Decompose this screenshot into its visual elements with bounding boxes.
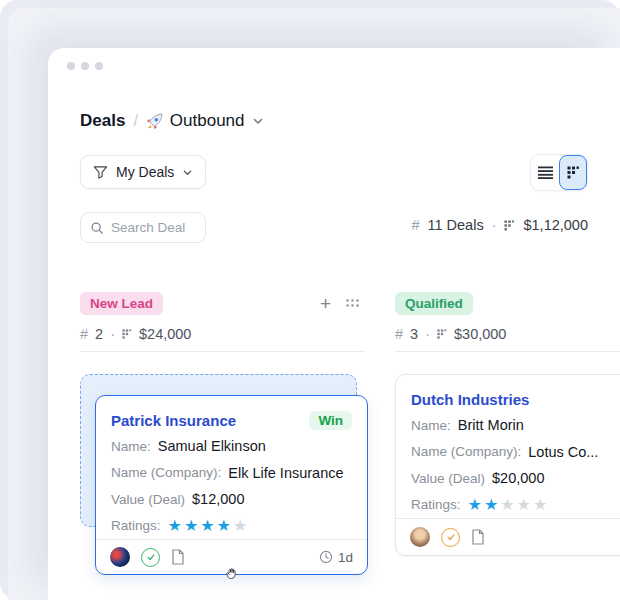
dot-separator: · — [110, 326, 115, 342]
drag-handle-icon[interactable] — [346, 299, 359, 307]
star-rating[interactable]: ★★★★★ — [468, 497, 548, 513]
column-count: 2 — [95, 326, 103, 342]
chevron-down-icon — [182, 167, 193, 178]
breadcrumb-team[interactable]: Outbound — [146, 111, 264, 131]
screenshot-stage: Deals / Outbound — [0, 0, 620, 600]
card-age: 1d — [319, 550, 353, 565]
field-label: Value (Deal) — [111, 492, 185, 507]
field-label: Value (Deal) — [411, 471, 485, 486]
search-input[interactable] — [111, 220, 197, 235]
breadcrumb-team-label: Outbound — [170, 111, 245, 131]
dot-separator: · — [425, 326, 430, 342]
column-divider — [395, 351, 620, 352]
field-label: Ratings: — [111, 518, 161, 533]
field-label: Name (Company): — [111, 465, 221, 480]
note-icon[interactable] — [171, 549, 185, 565]
star-empty-icon[interactable]: ★ — [533, 497, 547, 513]
avatar — [110, 547, 130, 567]
field-value: Britt Morin — [458, 417, 524, 433]
field-deal-value: Value (Deal) $20,000 — [411, 465, 620, 492]
deal-title[interactable]: Patrick Insurance — [111, 412, 236, 429]
star-empty-icon[interactable]: ★ — [517, 497, 531, 513]
grab-hand-cursor — [222, 564, 241, 587]
star-filled-icon[interactable]: ★ — [468, 497, 482, 513]
card-age-label: 1d — [338, 550, 353, 565]
column-count: 3 — [410, 326, 418, 342]
column-header: Qualified — [395, 291, 620, 315]
task-check-icon[interactable] — [441, 528, 460, 547]
field-company: Name (Company): Elk Life Insurance — [111, 460, 352, 487]
kanban-mini-icon — [437, 329, 447, 339]
deals-total-value: $1,12,000 — [523, 217, 588, 233]
hash-icon: # — [395, 326, 403, 342]
clock-icon — [319, 550, 333, 564]
search-deal-box — [80, 212, 206, 243]
chevron-down-icon — [252, 115, 264, 127]
star-filled-icon[interactable]: ★ — [217, 518, 231, 534]
cards-zone: Dutch Industries Name: Britt Morin Name … — [395, 374, 620, 589]
kanban-board: New Lead + # 2 · — [80, 291, 620, 589]
star-filled-icon[interactable]: ★ — [184, 518, 198, 534]
field-company: Name (Company): Lotus Co... — [411, 439, 620, 466]
rocket-icon — [146, 113, 163, 130]
deal-card-dutch-industries[interactable]: Dutch Industries Name: Britt Morin Name … — [395, 374, 620, 556]
star-filled-icon[interactable]: ★ — [200, 518, 214, 534]
star-empty-icon[interactable]: ★ — [233, 518, 247, 534]
window-dot[interactable] — [95, 62, 103, 70]
field-value: Samual Elkinson — [158, 438, 266, 454]
star-filled-icon[interactable]: ★ — [168, 518, 182, 534]
field-name: Name: Britt Morin — [411, 412, 620, 439]
kanban-mini-icon — [122, 329, 132, 339]
funnel-icon — [93, 165, 108, 180]
stage-badge: New Lead — [80, 292, 163, 315]
star-rating[interactable]: ★★★★★ — [168, 518, 248, 534]
kanban-view-button[interactable] — [559, 155, 587, 190]
field-name: Name: Samual Elkinson — [111, 433, 352, 460]
field-value: $12,000 — [192, 491, 244, 507]
card-body: Dutch Industries Name: Britt Morin Name … — [396, 375, 620, 518]
deal-title[interactable]: Dutch Industries — [411, 391, 529, 408]
task-check-icon[interactable] — [141, 548, 160, 567]
column-value: $30,000 — [454, 326, 506, 342]
star-empty-icon[interactable]: ★ — [500, 497, 514, 513]
column-header: New Lead + — [80, 291, 365, 315]
field-value: $20,000 — [492, 470, 544, 486]
avatar — [410, 527, 430, 547]
hash-icon: # — [411, 217, 419, 233]
breadcrumb-section[interactable]: Deals — [80, 111, 125, 131]
column-stats: # 2 · $24,000 — [80, 326, 365, 342]
card-title-row: Patrick Insurance Win — [111, 407, 352, 433]
column-stats: # 3 · $30,000 — [395, 326, 620, 342]
note-icon[interactable] — [471, 529, 485, 545]
field-label: Name: — [411, 418, 451, 433]
search-icon — [90, 221, 104, 235]
status-badge: Win — [309, 411, 352, 430]
breadcrumb: Deals / Outbound — [80, 111, 264, 131]
view-toggle — [530, 154, 588, 191]
card-footer — [396, 518, 620, 555]
column-divider — [80, 351, 365, 352]
window-dot[interactable] — [67, 62, 75, 70]
cards-zone: Patrick Insurance Win Name: Samual Elkin… — [80, 374, 365, 589]
add-deal-button[interactable]: + — [320, 294, 331, 313]
stage-badge: Qualified — [395, 292, 473, 315]
field-label: Ratings: — [411, 497, 461, 512]
star-filled-icon[interactable]: ★ — [484, 497, 498, 513]
card-body: Patrick Insurance Win Name: Samual Elkin… — [96, 396, 367, 539]
kanban-mini-icon — [504, 220, 515, 231]
hash-icon: # — [80, 326, 88, 342]
column-value: $24,000 — [139, 326, 191, 342]
field-deal-value: Value (Deal) $12,000 — [111, 486, 352, 513]
field-label: Name: — [111, 439, 151, 454]
my-deals-filter-button[interactable]: My Deals — [80, 155, 206, 189]
field-value: Lotus Co... — [528, 444, 598, 460]
deals-summary: # 11 Deals · $1,12,000 — [411, 217, 588, 233]
window-dot[interactable] — [81, 62, 89, 70]
field-value: Elk Life Insurance — [228, 465, 343, 481]
kanban-view-icon — [567, 166, 580, 179]
list-view-button[interactable] — [531, 155, 559, 190]
deal-card-patrick-insurance[interactable]: Patrick Insurance Win Name: Samual Elkin… — [95, 395, 368, 575]
breadcrumb-separator: / — [133, 112, 137, 130]
column-qualified: Qualified # 3 · $30,000 — [395, 291, 620, 589]
card-title-row: Dutch Industries — [411, 386, 620, 412]
